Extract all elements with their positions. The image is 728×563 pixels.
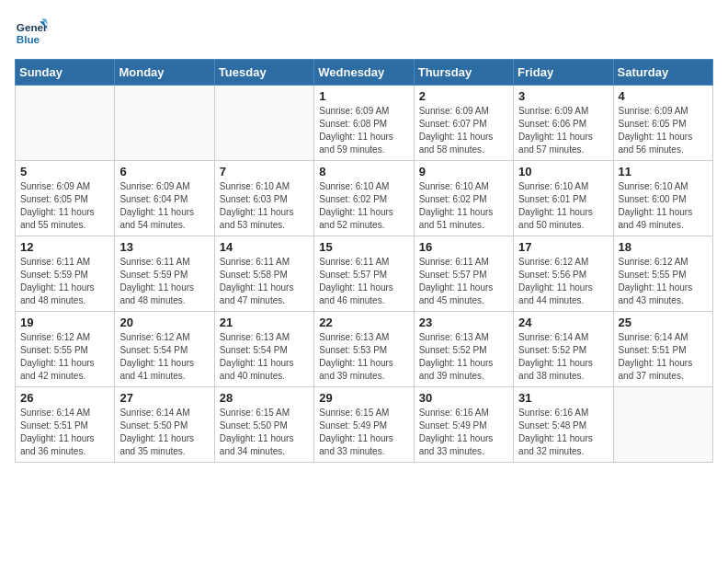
svg-text:Blue: Blue — [17, 33, 40, 45]
day-info: Sunrise: 6:14 AM Sunset: 5:50 PM Dayligh… — [119, 407, 209, 458]
calendar-cell: 10Sunrise: 6:10 AM Sunset: 6:01 PM Dayli… — [514, 161, 613, 236]
day-info: Sunrise: 6:16 AM Sunset: 5:49 PM Dayligh… — [419, 407, 508, 458]
page-header: General Blue — [15, 15, 713, 48]
calendar-cell: 31Sunrise: 6:16 AM Sunset: 5:48 PM Dayli… — [514, 387, 613, 463]
day-number: 28 — [220, 391, 309, 405]
calendar-cell: 16Sunrise: 6:11 AM Sunset: 5:57 PM Dayli… — [414, 236, 513, 312]
calendar-week-1: 1Sunrise: 6:09 AM Sunset: 6:08 PM Daylig… — [16, 86, 713, 161]
calendar-week-2: 5Sunrise: 6:09 AM Sunset: 6:05 PM Daylig… — [16, 161, 713, 236]
day-number: 17 — [518, 240, 608, 254]
day-number: 15 — [319, 240, 408, 254]
calendar-cell: 12Sunrise: 6:11 AM Sunset: 5:59 PM Dayli… — [16, 236, 115, 312]
day-number: 8 — [319, 165, 408, 178]
day-number: 3 — [518, 89, 608, 103]
day-info: Sunrise: 6:10 AM Sunset: 6:02 PM Dayligh… — [419, 180, 508, 232]
calendar-cell: 19Sunrise: 6:12 AM Sunset: 5:55 PM Dayli… — [16, 312, 115, 387]
day-number: 24 — [518, 316, 608, 329]
calendar-cell — [613, 387, 712, 463]
calendar-cell: 24Sunrise: 6:14 AM Sunset: 5:52 PM Dayli… — [514, 312, 613, 387]
day-number: 30 — [419, 391, 508, 405]
calendar-cell: 2Sunrise: 6:09 AM Sunset: 6:07 PM Daylig… — [414, 86, 513, 161]
day-number: 5 — [20, 165, 109, 178]
calendar-cell: 30Sunrise: 6:16 AM Sunset: 5:49 PM Dayli… — [414, 387, 513, 463]
day-info: Sunrise: 6:14 AM Sunset: 5:52 PM Dayligh… — [518, 331, 608, 383]
day-info: Sunrise: 6:12 AM Sunset: 5:54 PM Dayligh… — [119, 331, 209, 383]
day-info: Sunrise: 6:11 AM Sunset: 5:57 PM Dayligh… — [419, 256, 508, 307]
calendar-cell — [214, 86, 313, 161]
day-info: Sunrise: 6:15 AM Sunset: 5:49 PM Dayligh… — [319, 407, 408, 458]
day-info: Sunrise: 6:13 AM Sunset: 5:54 PM Dayligh… — [220, 331, 309, 383]
day-number: 14 — [220, 240, 309, 254]
day-number: 6 — [119, 165, 209, 178]
calendar-cell: 23Sunrise: 6:13 AM Sunset: 5:52 PM Dayli… — [414, 312, 513, 387]
day-number: 10 — [518, 165, 608, 178]
day-info: Sunrise: 6:10 AM Sunset: 6:01 PM Dayligh… — [518, 180, 608, 232]
day-info: Sunrise: 6:12 AM Sunset: 5:56 PM Dayligh… — [518, 256, 608, 307]
day-number: 22 — [319, 316, 408, 329]
day-number: 26 — [20, 391, 109, 405]
calendar-cell — [115, 86, 214, 161]
day-number: 12 — [20, 240, 109, 254]
calendar-cell: 9Sunrise: 6:10 AM Sunset: 6:02 PM Daylig… — [414, 161, 513, 236]
day-info: Sunrise: 6:11 AM Sunset: 5:58 PM Dayligh… — [220, 256, 309, 307]
calendar-cell: 22Sunrise: 6:13 AM Sunset: 5:53 PM Dayli… — [314, 312, 414, 387]
day-info: Sunrise: 6:11 AM Sunset: 5:59 PM Dayligh… — [20, 256, 109, 307]
day-info: Sunrise: 6:14 AM Sunset: 5:51 PM Dayligh… — [20, 407, 109, 458]
calendar-cell: 7Sunrise: 6:10 AM Sunset: 6:03 PM Daylig… — [214, 161, 313, 236]
day-number: 23 — [419, 316, 508, 329]
day-info: Sunrise: 6:09 AM Sunset: 6:04 PM Dayligh… — [119, 180, 209, 232]
weekday-header-friday: Friday — [514, 60, 613, 86]
calendar-cell: 15Sunrise: 6:11 AM Sunset: 5:57 PM Dayli… — [314, 236, 414, 312]
calendar-cell: 18Sunrise: 6:12 AM Sunset: 5:55 PM Dayli… — [613, 236, 712, 312]
day-info: Sunrise: 6:09 AM Sunset: 6:06 PM Dayligh… — [518, 105, 608, 156]
day-info: Sunrise: 6:09 AM Sunset: 6:08 PM Dayligh… — [319, 105, 408, 156]
day-info: Sunrise: 6:09 AM Sunset: 6:07 PM Dayligh… — [419, 105, 508, 156]
day-number: 18 — [619, 240, 708, 254]
weekday-header-thursday: Thursday — [414, 60, 513, 86]
day-info: Sunrise: 6:09 AM Sunset: 6:05 PM Dayligh… — [20, 180, 109, 232]
calendar-body: 1Sunrise: 6:09 AM Sunset: 6:08 PM Daylig… — [16, 86, 713, 463]
day-number: 19 — [20, 316, 109, 329]
day-number: 9 — [419, 165, 508, 178]
calendar-cell: 21Sunrise: 6:13 AM Sunset: 5:54 PM Dayli… — [214, 312, 313, 387]
logo-icon: General Blue — [15, 15, 48, 48]
day-info: Sunrise: 6:13 AM Sunset: 5:52 PM Dayligh… — [419, 331, 508, 383]
calendar-cell: 4Sunrise: 6:09 AM Sunset: 6:05 PM Daylig… — [613, 86, 712, 161]
day-number: 25 — [619, 316, 708, 329]
day-number: 29 — [319, 391, 408, 405]
calendar-week-4: 19Sunrise: 6:12 AM Sunset: 5:55 PM Dayli… — [16, 312, 713, 387]
day-info: Sunrise: 6:10 AM Sunset: 6:00 PM Dayligh… — [619, 180, 708, 232]
logo: General Blue — [15, 15, 48, 48]
weekday-header-saturday: Saturday — [613, 60, 712, 86]
day-info: Sunrise: 6:11 AM Sunset: 5:57 PM Dayligh… — [319, 256, 408, 307]
day-info: Sunrise: 6:11 AM Sunset: 5:59 PM Dayligh… — [119, 256, 209, 307]
day-number: 4 — [619, 89, 708, 103]
day-info: Sunrise: 6:10 AM Sunset: 6:03 PM Dayligh… — [220, 180, 309, 232]
day-info: Sunrise: 6:12 AM Sunset: 5:55 PM Dayligh… — [619, 256, 708, 307]
day-number: 2 — [419, 89, 508, 103]
weekday-header-wednesday: Wednesday — [314, 60, 414, 86]
day-number: 1 — [319, 89, 408, 103]
day-info: Sunrise: 6:10 AM Sunset: 6:02 PM Dayligh… — [319, 180, 408, 232]
calendar-week-3: 12Sunrise: 6:11 AM Sunset: 5:59 PM Dayli… — [16, 236, 713, 312]
weekday-header-monday: Monday — [115, 60, 214, 86]
day-info: Sunrise: 6:13 AM Sunset: 5:53 PM Dayligh… — [319, 331, 408, 383]
calendar-cell — [16, 86, 115, 161]
day-info: Sunrise: 6:15 AM Sunset: 5:50 PM Dayligh… — [220, 407, 309, 458]
calendar-cell: 11Sunrise: 6:10 AM Sunset: 6:00 PM Dayli… — [613, 161, 712, 236]
calendar-cell: 25Sunrise: 6:14 AM Sunset: 5:51 PM Dayli… — [613, 312, 712, 387]
weekday-header-row: SundayMondayTuesdayWednesdayThursdayFrid… — [16, 60, 713, 86]
calendar-cell: 27Sunrise: 6:14 AM Sunset: 5:50 PM Dayli… — [115, 387, 214, 463]
calendar-cell: 8Sunrise: 6:10 AM Sunset: 6:02 PM Daylig… — [314, 161, 414, 236]
calendar-table: SundayMondayTuesdayWednesdayThursdayFrid… — [15, 59, 713, 463]
day-number: 20 — [119, 316, 209, 329]
day-number: 7 — [220, 165, 309, 178]
calendar-cell: 17Sunrise: 6:12 AM Sunset: 5:56 PM Dayli… — [514, 236, 613, 312]
day-number: 11 — [619, 165, 708, 178]
day-info: Sunrise: 6:16 AM Sunset: 5:48 PM Dayligh… — [518, 407, 608, 458]
calendar-week-5: 26Sunrise: 6:14 AM Sunset: 5:51 PM Dayli… — [16, 387, 713, 463]
calendar-cell: 28Sunrise: 6:15 AM Sunset: 5:50 PM Dayli… — [214, 387, 313, 463]
calendar-cell: 14Sunrise: 6:11 AM Sunset: 5:58 PM Dayli… — [214, 236, 313, 312]
day-number: 16 — [419, 240, 508, 254]
day-number: 27 — [119, 391, 209, 405]
